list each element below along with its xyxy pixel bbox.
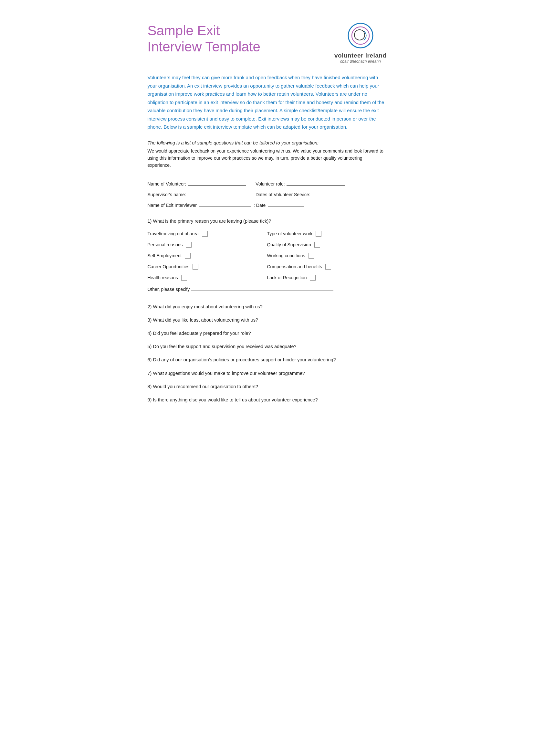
checkbox-right-col: Type of volunteer work Quality of Superv…: [267, 228, 387, 283]
open-questions: 2) What did you enjoy most about volunte…: [148, 303, 387, 404]
volunteer-role-label: Volunteer role:: [256, 181, 285, 186]
logo-icon: [346, 21, 375, 50]
checkbox-selfemployment-label: Self Employment: [148, 253, 182, 258]
checkbox-volunteerwork-label: Type of volunteer work: [267, 231, 313, 236]
other-specify-input[interactable]: [191, 286, 333, 291]
open-question-8: 8) Would you recommend our organisation …: [148, 383, 387, 391]
checkbox-health[interactable]: [181, 275, 187, 281]
dates-of-service-label: Dates of Volunteer Service:: [256, 192, 311, 197]
checkbox-left-col: Travel/moving out of area Personal reaso…: [148, 228, 267, 283]
list-item: Working conditions: [267, 250, 387, 261]
open-question-3: 3) What did you like least about volunte…: [148, 316, 387, 324]
other-specify-row: Other, please specify: [148, 286, 387, 292]
open-question-7: 7) What suggestions would you make to im…: [148, 370, 387, 377]
question-1-section: 1) What is the primary reason you are le…: [148, 219, 387, 292]
form-fields: Name of Volunteer: Volunteer role: Super…: [148, 180, 387, 208]
checkbox-compensation-label: Compensation and benefits: [267, 264, 322, 269]
checkbox-career-label: Career Opportunities: [148, 264, 190, 269]
divider-3: [148, 298, 387, 298]
checkbox-travel[interactable]: [202, 231, 208, 237]
list-item: Self Employment: [148, 250, 267, 261]
question-1-label: 1) What is the primary reason you are le…: [148, 219, 387, 224]
title-line2: Interview Template: [148, 39, 260, 54]
exit-interviewer-label: Name of Exit Interviewer: [148, 202, 197, 208]
open-question-2: 2) What did you enjoy most about volunte…: [148, 303, 387, 310]
list-item: Personal reasons: [148, 239, 267, 250]
logo-text-sub: obair dheonach éireann: [340, 59, 381, 64]
list-item: Type of volunteer work: [267, 228, 387, 239]
name-of-volunteer-label: Name of Volunteer:: [148, 181, 187, 186]
checkbox-supervision[interactable]: [314, 242, 320, 248]
open-question-5: 5) Do you feel the support and supervisi…: [148, 343, 387, 350]
checkbox-career[interactable]: [192, 264, 198, 270]
other-specify-label: Other, please specify: [148, 287, 190, 292]
list-item: Travel/moving out of area: [148, 228, 267, 239]
divider-2: [148, 213, 387, 213]
sample-intro-body: We would appreciate feedback on your exp…: [148, 148, 387, 169]
logo-area: volunteer ireland obair dheonach éireann: [334, 19, 387, 64]
checkbox-working-conditions-label: Working conditions: [267, 253, 305, 258]
date-label: : Date: [254, 202, 266, 208]
volunteer-role-input[interactable]: [287, 180, 345, 185]
list-item: Health reasons: [148, 272, 267, 283]
checkbox-recognition[interactable]: [310, 275, 316, 281]
checkbox-working-conditions[interactable]: [309, 253, 314, 258]
list-item: Quality of Supervision: [267, 239, 387, 250]
list-item: Lack of Recognition: [267, 272, 387, 283]
page-title: Sample Exit Interview Template: [148, 19, 260, 55]
checkbox-recognition-label: Lack of Recognition: [267, 275, 307, 280]
form-row-3: Name of Exit Interviewer : Date: [148, 202, 387, 208]
name-of-volunteer-input[interactable]: [188, 180, 246, 185]
checkbox-volunteerwork[interactable]: [316, 231, 321, 237]
exit-interviewer-input[interactable]: [199, 202, 251, 207]
divider-1: [148, 175, 387, 175]
list-item: Career Opportunities: [148, 261, 267, 272]
date-input[interactable]: [268, 202, 304, 207]
intro-paragraph: Volunteers may feel they can give more f…: [148, 73, 387, 131]
italic-intro: The following is a list of sample questi…: [148, 140, 387, 146]
svg-point-2: [354, 30, 365, 40]
list-item: Compensation and benefits: [267, 261, 387, 272]
checkbox-supervision-label: Quality of Supervision: [267, 242, 311, 247]
checkbox-health-label: Health reasons: [148, 275, 178, 280]
volunteer-role-field: Volunteer role:: [256, 180, 344, 186]
supervisors-name-label: Supervisor's name:: [148, 192, 186, 197]
page-header: Sample Exit Interview Template volunteer…: [148, 19, 387, 64]
checkbox-compensation[interactable]: [325, 264, 331, 270]
name-of-volunteer-field: Name of Volunteer:: [148, 180, 246, 186]
supervisors-name-input[interactable]: [188, 191, 246, 196]
title-line1: Sample Exit: [148, 23, 220, 38]
supervisors-name-field: Supervisor's name:: [148, 191, 246, 197]
dates-of-service-field: Dates of Volunteer Service:: [256, 191, 364, 197]
checkbox-selfemployment[interactable]: [185, 253, 191, 258]
form-row-2: Supervisor's name: Dates of Volunteer Se…: [148, 191, 387, 197]
dates-of-service-input[interactable]: [312, 191, 364, 196]
logo-text-main: volunteer ireland: [334, 52, 387, 59]
open-question-9: 9) Is there anything else you would like…: [148, 396, 387, 404]
sample-questions-intro: The following is a list of sample questi…: [148, 140, 387, 169]
open-question-4: 4) Did you feel adequately prepared for …: [148, 330, 387, 337]
open-question-6: 6) Did any of our organisation's policie…: [148, 356, 387, 364]
checkbox-travel-label: Travel/moving out of area: [148, 231, 199, 236]
checkbox-grid: Travel/moving out of area Personal reaso…: [148, 228, 387, 283]
checkbox-personal-label: Personal reasons: [148, 242, 183, 247]
checkbox-personal[interactable]: [186, 242, 191, 248]
form-row-1: Name of Volunteer: Volunteer role:: [148, 180, 387, 186]
